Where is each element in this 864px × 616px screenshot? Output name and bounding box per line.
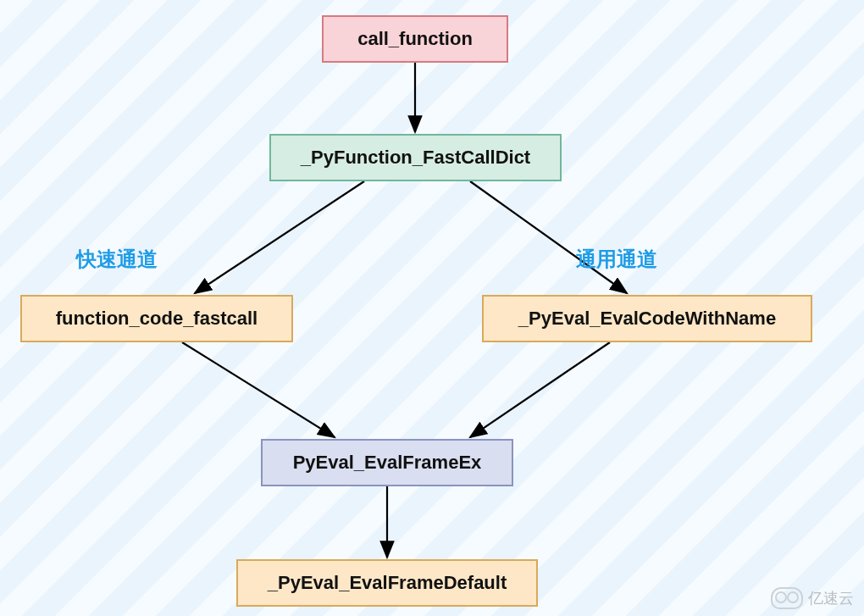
node-pyeval-evalframeex: PyEval_EvalFrameEx	[261, 439, 513, 486]
arrow-fastcalldict-to-evalcodewithname	[470, 181, 627, 293]
arrow-fastcalldict-to-fastcall	[195, 181, 364, 293]
node-label: _PyEval_EvalCodeWithName	[518, 308, 776, 330]
label-text: 通用通道	[576, 247, 657, 270]
label-general-path: 通用通道	[576, 246, 657, 273]
node-pyeval-evalcodewithname: _PyEval_EvalCodeWithName	[482, 295, 812, 342]
node-call-function: call_function	[322, 15, 508, 63]
node-pyfunction-fastcalldict: _PyFunction_FastCallDict	[269, 134, 562, 181]
node-label: _PyEval_EvalFrameDefault	[268, 572, 507, 594]
label-text: 快速通道	[76, 247, 158, 270]
diagram-canvas: call_function _PyFunction_FastCallDict f…	[0, 0, 864, 616]
node-label: function_code_fastcall	[56, 308, 258, 330]
node-pyeval-evalframedefault: _PyEval_EvalFrameDefault	[236, 559, 538, 607]
cloud-icon	[771, 587, 803, 609]
node-function-code-fastcall: function_code_fastcall	[20, 295, 293, 342]
node-label: _PyFunction_FastCallDict	[301, 147, 530, 169]
arrow-fastcall-to-evalframeex	[182, 342, 335, 437]
node-label: call_function	[357, 28, 473, 50]
node-label: PyEval_EvalFrameEx	[293, 452, 482, 474]
watermark: 亿速云	[771, 587, 854, 609]
watermark-text: 亿速云	[808, 588, 854, 608]
label-fast-path: 快速通道	[76, 246, 158, 273]
arrow-evalcodewithname-to-evalframeex	[470, 342, 610, 437]
